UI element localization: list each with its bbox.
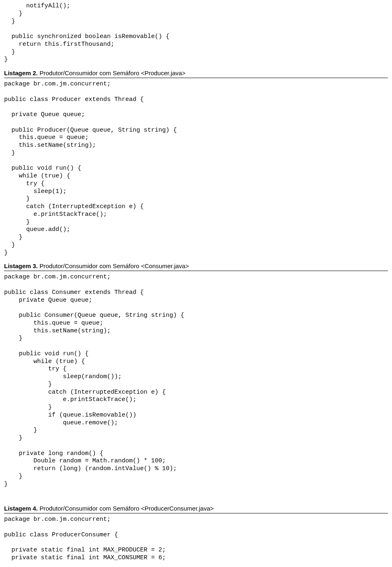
- listing-3-label: Listagem 3.: [4, 262, 38, 269]
- listing-3-title: Produtor/Consumidor com Semáforo <Consum…: [38, 262, 189, 269]
- listing-3-heading: Listagem 3. Produtor/Consumidor com Semá…: [4, 262, 388, 271]
- listing-4-label: Listagem 4.: [4, 505, 38, 512]
- code-block-2: package br.com.jm.concurrent; public cla…: [4, 81, 388, 257]
- listing-4-title: Produtor/Consumidor com Semáforo <Produc…: [38, 505, 214, 512]
- code-block-1: notifyAll(); } } public synchronized boo…: [4, 2, 388, 64]
- listing-2-title: Produtor/Consumidor com Semáforo <Produc…: [38, 69, 186, 76]
- listing-4-heading: Listagem 4. Produtor/Consumidor com Semá…: [4, 505, 388, 513]
- code-block-4: package br.com.jm.concurrent; public cla…: [4, 516, 388, 567]
- document-page: notifyAll(); } } public synchronized boo…: [0, 2, 392, 567]
- code-block-3: package br.com.jm.concurrent; public cla…: [4, 273, 388, 488]
- listing-2-label: Listagem 2.: [4, 69, 38, 76]
- listing-2-heading: Listagem 2. Produtor/Consumidor com Semá…: [4, 69, 388, 78]
